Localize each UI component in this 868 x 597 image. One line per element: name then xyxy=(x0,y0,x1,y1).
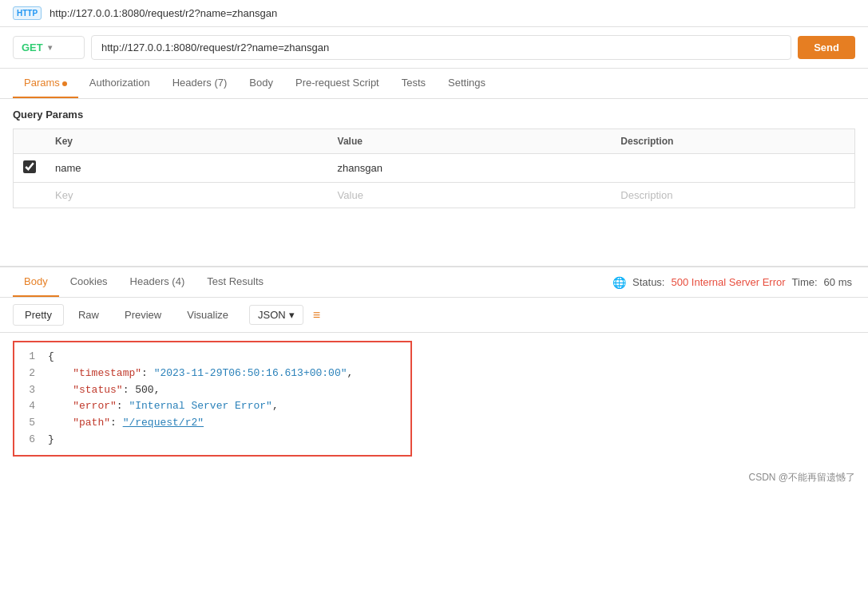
row2-description[interactable]: Description xyxy=(611,183,854,208)
status-value: 500 Internal Server Error xyxy=(671,276,785,288)
row2-key[interactable]: Key xyxy=(46,183,328,208)
view-tab-visualize[interactable]: Visualize xyxy=(176,305,240,325)
row1-checkbox-cell[interactable] xyxy=(14,154,46,183)
code-line-1: 1 { xyxy=(24,349,401,366)
response-status-area: 🌐 Status: 500 Internal Server Error Time… xyxy=(612,276,855,289)
row1-checkbox[interactable] xyxy=(23,160,36,173)
params-dot xyxy=(62,81,67,86)
tab-headers[interactable]: Headers (7) xyxy=(161,69,239,98)
line-content-5: "path": "/request/r2" xyxy=(48,415,204,432)
tab-prerequest[interactable]: Pre-request Script xyxy=(284,69,390,98)
line-content-1: { xyxy=(48,349,54,366)
response-tab-testresults[interactable]: Test Results xyxy=(196,267,275,297)
view-tab-pretty[interactable]: Pretty xyxy=(13,304,64,326)
format-label: JSON xyxy=(258,309,286,321)
method-label: GET xyxy=(22,42,43,53)
request-bar: GET ▾ Send xyxy=(0,27,868,69)
code-line-5: 5 "path": "/request/r2" xyxy=(24,415,401,432)
line-content-3: "status": 500, xyxy=(48,382,160,399)
line-num-2: 2 xyxy=(24,366,48,382)
view-tabs-bar: Pretty Raw Preview Visualize JSON ▾ ≡ xyxy=(0,298,868,333)
url-input[interactable] xyxy=(91,35,791,60)
format-chevron-icon: ▾ xyxy=(289,309,295,321)
row1-value[interactable]: zhansgan xyxy=(328,154,612,183)
tab-authorization[interactable]: Authorization xyxy=(78,69,161,98)
params-table: Key Value Description name zhansgan Key … xyxy=(13,128,855,208)
line-content-2: "timestamp": "2023-11-29T06:50:16.613+00… xyxy=(48,366,353,382)
title-bar: HTTP http://127.0.0.1:8080/request/r2?na… xyxy=(0,0,868,27)
col-checkbox xyxy=(14,129,46,154)
row2-value[interactable]: Value xyxy=(328,183,612,208)
tab-body[interactable]: Body xyxy=(238,69,284,98)
status-label: Status: xyxy=(632,276,664,288)
tab-tests[interactable]: Tests xyxy=(390,69,437,98)
time-value: 60 ms xyxy=(824,276,852,288)
code-line-3: 3 "status": 500, xyxy=(24,382,401,399)
row1-key[interactable]: name xyxy=(46,154,328,183)
col-description: Description xyxy=(611,129,854,154)
response-tab-cookies[interactable]: Cookies xyxy=(59,267,119,297)
title-url: http://127.0.0.1:8080/request/r2?name=zh… xyxy=(50,7,277,19)
code-line-2: 2 "timestamp": "2023-11-29T06:50:16.613+… xyxy=(24,366,401,382)
format-select[interactable]: JSON ▾ xyxy=(249,305,303,325)
query-params-title: Query Params xyxy=(13,109,855,121)
line-num-5: 5 xyxy=(24,415,48,432)
line-content-6: } xyxy=(48,432,54,449)
view-tab-preview[interactable]: Preview xyxy=(113,305,172,325)
table-row-placeholder: Key Value Description xyxy=(14,183,855,208)
code-block: 1 { 2 "timestamp": "2023-11-29T06:50:16.… xyxy=(13,341,412,457)
col-key: Key xyxy=(46,129,328,154)
globe-icon: 🌐 xyxy=(612,276,626,289)
response-tabs-bar: Body Cookies Headers (4) Test Results 🌐 … xyxy=(0,267,868,298)
line-num-3: 3 xyxy=(24,382,48,399)
code-line-4: 4 "error": "Internal Server Error", xyxy=(24,398,401,415)
line-num-4: 4 xyxy=(24,398,48,415)
response-tab-headers[interactable]: Headers (4) xyxy=(119,267,196,297)
line-content-4: "error": "Internal Server Error", xyxy=(48,398,279,415)
http-icon: HTTP xyxy=(13,6,42,20)
table-row: name zhansgan xyxy=(14,154,855,183)
line-num-6: 6 xyxy=(24,432,48,449)
method-select[interactable]: GET ▾ xyxy=(13,36,85,59)
send-button[interactable]: Send xyxy=(798,36,855,59)
line-num-1: 1 xyxy=(24,349,48,366)
code-line-6: 6 } xyxy=(24,432,401,449)
response-section: Body Cookies Headers (4) Test Results 🌐 … xyxy=(0,266,868,465)
chevron-down-icon: ▾ xyxy=(48,43,52,52)
watermark: CSDN @不能再留遗憾了 xyxy=(0,465,868,491)
time-label: Time: xyxy=(792,276,818,288)
code-area: 1 { 2 "timestamp": "2023-11-29T06:50:16.… xyxy=(0,333,868,465)
col-value: Value xyxy=(328,129,612,154)
filter-icon[interactable]: ≡ xyxy=(313,308,320,322)
query-params-section: Query Params Key Value Description name … xyxy=(0,99,868,218)
row2-checkbox-cell xyxy=(14,183,46,208)
row1-description[interactable] xyxy=(611,154,854,183)
tab-settings[interactable]: Settings xyxy=(437,69,497,98)
tab-params[interactable]: Params xyxy=(13,69,78,98)
response-tab-body[interactable]: Body xyxy=(13,267,59,297)
request-tabs-bar: Params Authorization Headers (7) Body Pr… xyxy=(0,69,868,99)
view-tab-raw[interactable]: Raw xyxy=(67,305,110,325)
